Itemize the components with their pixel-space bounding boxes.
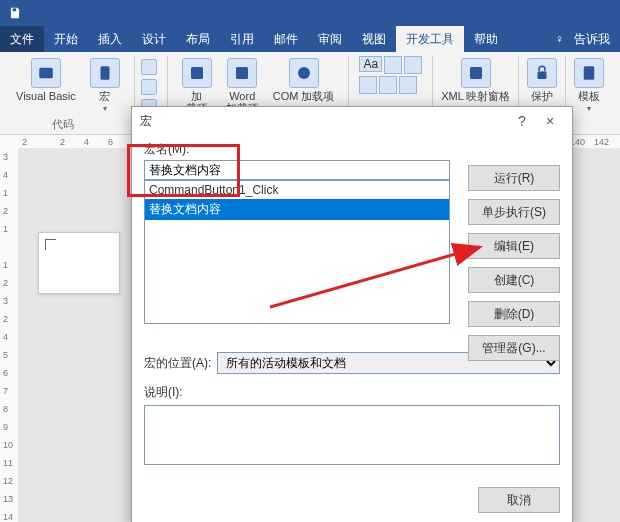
- description-label: 说明(I):: [144, 384, 560, 401]
- tab-references[interactable]: 引用: [220, 26, 264, 52]
- chevron-down-icon: ▾: [103, 106, 107, 112]
- vruler-tick: 3: [3, 152, 8, 162]
- xml-mapping-label: XML 映射窗格: [441, 90, 510, 102]
- tab-home[interactable]: 开始: [44, 26, 88, 52]
- vruler-tick: 4: [3, 170, 8, 180]
- macros-dialog: 宏 ? × 宏名(M): CommandButton1_Click 替换文档内容…: [131, 106, 573, 522]
- dialog-help-button[interactable]: ?: [508, 110, 536, 132]
- vruler-tick: 7: [3, 386, 8, 396]
- vruler-tick: 10: [3, 440, 13, 450]
- com-addins-button[interactable]: COM 加载项: [269, 56, 339, 106]
- ruler-tick: 2: [22, 137, 27, 147]
- svg-rect-2: [100, 66, 109, 80]
- svg-rect-3: [191, 67, 203, 79]
- macro-listbox[interactable]: CommandButton1_Click 替换文档内容: [144, 180, 450, 324]
- lock-icon: [527, 58, 557, 88]
- title-bar: [0, 0, 620, 26]
- visual-basic-button[interactable]: Visual Basic: [12, 56, 80, 106]
- delete-button[interactable]: 删除(D): [468, 301, 560, 327]
- com-addins-label: COM 加载项: [273, 90, 335, 102]
- tab-design[interactable]: 设计: [132, 26, 176, 52]
- macro-list-item[interactable]: 替换文档内容: [145, 199, 449, 220]
- organizer-button[interactable]: 管理器(G)...: [468, 335, 560, 361]
- ruler-tick: 142: [594, 137, 609, 147]
- ruler-tick: 4: [84, 137, 89, 147]
- visual-basic-icon: [31, 58, 61, 88]
- vruler-tick: 9: [3, 422, 8, 432]
- pause-recording-button[interactable]: [139, 78, 159, 96]
- chevron-down-icon: ▾: [587, 106, 591, 112]
- tab-layout[interactable]: 布局: [176, 26, 220, 52]
- macro-name-input[interactable]: [144, 160, 450, 180]
- dialog-button-column: 运行(R) 单步执行(S) 编辑(E) 创建(C) 删除(D) 管理器(G)..…: [468, 165, 560, 361]
- svg-rect-8: [584, 66, 595, 80]
- save-icon[interactable]: [8, 6, 22, 20]
- vruler-tick: 3: [3, 296, 8, 306]
- tab-insert[interactable]: 插入: [88, 26, 132, 52]
- macro-name-label: 宏名(M):: [144, 141, 560, 158]
- record-icon: [141, 59, 157, 75]
- document-page[interactable]: [38, 232, 120, 294]
- dialog-close-button[interactable]: ×: [536, 110, 564, 132]
- tab-view[interactable]: 视图: [352, 26, 396, 52]
- create-button[interactable]: 创建(C): [468, 267, 560, 293]
- macro-list-item[interactable]: CommandButton1_Click: [145, 181, 449, 199]
- dialog-titlebar: 宏 ? ×: [132, 107, 572, 135]
- control-icon[interactable]: [384, 56, 402, 74]
- macros-button[interactable]: 宏 ▾: [86, 56, 124, 114]
- svg-point-5: [298, 67, 310, 79]
- tell-me-label[interactable]: 告诉我: [574, 31, 610, 48]
- group-label-code: 代码: [52, 117, 74, 132]
- xml-icon: [461, 58, 491, 88]
- tab-mailings[interactable]: 邮件: [264, 26, 308, 52]
- word-addins-icon: [227, 58, 257, 88]
- dialog-title: 宏: [140, 113, 508, 130]
- page-margin-corner: [45, 239, 56, 250]
- template-icon: [574, 58, 604, 88]
- pause-icon: [141, 79, 157, 95]
- vruler-tick: 1: [3, 260, 8, 270]
- macros-icon: [90, 58, 120, 88]
- group-code: Visual Basic 宏 ▾: [6, 56, 130, 114]
- step-into-button[interactable]: 单步执行(S): [468, 199, 560, 225]
- tell-me-icon[interactable]: ♀: [555, 32, 564, 46]
- vruler-tick: 2: [3, 278, 8, 288]
- tab-file[interactable]: 文件: [0, 26, 44, 52]
- ruler-tick: 6: [108, 137, 113, 147]
- record-macro-button[interactable]: [139, 58, 159, 76]
- tab-developer[interactable]: 开发工具: [396, 26, 464, 52]
- svg-rect-0: [13, 8, 17, 11]
- dropdown-control-icon[interactable]: [379, 76, 397, 94]
- macros-label: 宏: [99, 90, 110, 102]
- svg-rect-7: [538, 72, 547, 80]
- edit-button[interactable]: 编辑(E): [468, 233, 560, 259]
- checkbox-control-icon[interactable]: [359, 76, 377, 94]
- vertical-ruler: 3 4 1 2 1 1 2 3 2 4 5 6 7 8 9 10 11 12 1…: [0, 148, 19, 522]
- vruler-tick: 13: [3, 494, 13, 504]
- vruler-tick: 14: [3, 512, 13, 522]
- svg-rect-6: [470, 67, 482, 79]
- control-icon[interactable]: [404, 56, 422, 74]
- vruler-tick: 1: [3, 224, 8, 234]
- ruler-tick: 2: [60, 137, 65, 147]
- legacy-control-icon[interactable]: [399, 76, 417, 94]
- run-button[interactable]: 运行(R): [468, 165, 560, 191]
- template-label: 模板: [578, 90, 600, 102]
- ribbon-tabs: 文件 开始 插入 设计 布局 引用 邮件 审阅 视图 开发工具 帮助 ♀ 告诉我: [0, 26, 620, 52]
- template-button[interactable]: 模板 ▾: [570, 56, 608, 114]
- tab-help[interactable]: 帮助: [464, 26, 508, 52]
- aa-label[interactable]: Aa: [359, 56, 382, 72]
- svg-rect-4: [236, 67, 248, 79]
- vruler-tick: 5: [3, 350, 8, 360]
- cancel-button[interactable]: 取消: [478, 487, 560, 513]
- vruler-tick: 12: [3, 476, 13, 486]
- xml-mapping-button[interactable]: XML 映射窗格: [437, 56, 514, 106]
- group-controls: Aa: [353, 56, 428, 94]
- vruler-tick: 4: [3, 332, 8, 342]
- description-box[interactable]: [144, 405, 560, 465]
- vruler-tick: 8: [3, 404, 8, 414]
- tab-review[interactable]: 审阅: [308, 26, 352, 52]
- vruler-tick: 11: [3, 458, 13, 468]
- com-addins-icon: [289, 58, 319, 88]
- protect-label: 保护: [531, 90, 553, 102]
